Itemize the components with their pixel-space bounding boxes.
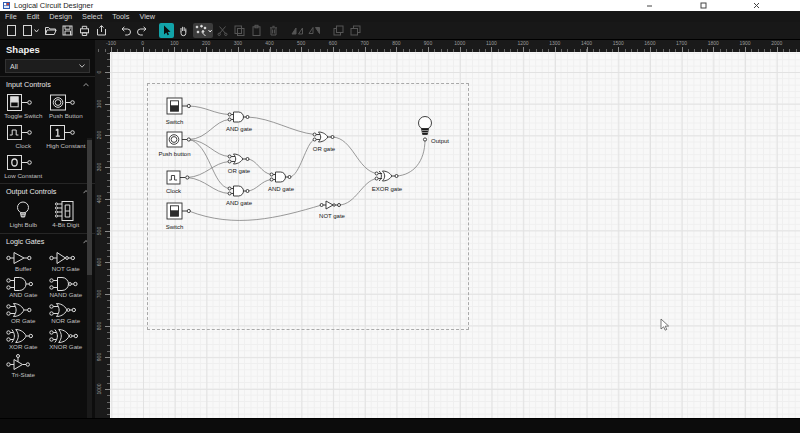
send-to-back-icon[interactable] — [348, 23, 363, 38]
maximize-button[interactable] — [677, 0, 730, 11]
ruler-label: 1100 — [486, 40, 497, 46]
logic-gates-grid: Buffer NOT Gate AND Gate NAND Gate OR Ga… — [0, 248, 95, 382]
node-switch1[interactable] — [167, 98, 190, 114]
print-icon[interactable] — [77, 23, 92, 38]
wire-switch1-and1 — [189, 106, 230, 115]
shape-item-light-bulb[interactable]: Light Bulb — [2, 200, 45, 229]
low-constant-icon — [6, 153, 40, 173]
menu-bar: File Edit Design Select Tools View — [0, 11, 800, 22]
shape-item-tri-state[interactable]: Tri-State — [2, 354, 45, 379]
shape-item-xnor-gate[interactable]: XNOR Gate — [45, 328, 88, 351]
node-switch2[interactable] — [167, 203, 190, 219]
shape-item-or-gate[interactable]: OR Gate — [2, 302, 45, 325]
export-icon[interactable] — [94, 23, 109, 38]
ruler-label: 600 — [96, 256, 102, 268]
ruler-label: 700 — [96, 288, 102, 300]
save-icon[interactable] — [60, 23, 75, 38]
shape-item-and-gate[interactable]: AND Gate — [2, 276, 45, 299]
title-bar: Logical Circuit Designer — [0, 0, 800, 11]
shape-item-low-constant[interactable]: Low Constant — [2, 153, 45, 180]
chevron-down-icon — [79, 64, 85, 68]
menu-file[interactable]: File — [5, 12, 17, 21]
toolbar-separator — [111, 23, 116, 38]
label-clock: Clock — [166, 188, 182, 194]
node-or1[interactable] — [228, 154, 249, 164]
ruler-label: 1600 — [644, 40, 655, 46]
ruler-label: 100 — [96, 98, 102, 110]
section-output-controls[interactable]: Output Controls — [0, 183, 95, 198]
section-title: Output Controls — [6, 187, 56, 196]
node-and1[interactable] — [228, 112, 249, 122]
pan-tool-icon[interactable] — [176, 23, 191, 38]
open-folder-icon[interactable] — [43, 23, 58, 38]
copy-icon[interactable] — [232, 23, 247, 38]
ruler-label: 2000 — [771, 40, 782, 46]
output-controls-grid: Light Bulb 4-Bit Digit — [0, 198, 95, 233]
new-file-icon[interactable] — [4, 23, 19, 38]
select-tool-icon[interactable] — [159, 23, 174, 38]
node-push-button[interactable] — [167, 132, 190, 147]
flip-vertical-icon[interactable] — [307, 23, 322, 38]
shapes-filter-dropdown[interactable]: All — [5, 59, 90, 73]
shape-item-toggle-switch[interactable]: Toggle Switch — [2, 93, 45, 120]
wire-or2-exor — [333, 137, 377, 174]
or-gate-icon — [6, 302, 40, 318]
menu-select[interactable]: Select — [82, 12, 102, 21]
ruler-label: 1700 — [676, 40, 687, 46]
ruler-label: 1500 — [613, 40, 624, 46]
node-output-bulb[interactable] — [419, 117, 432, 142]
label-switch1: Switch — [166, 119, 184, 125]
label-push-button: Push button — [158, 151, 190, 157]
node-and2[interactable] — [228, 186, 249, 196]
menu-tools[interactable]: Tools — [112, 12, 129, 21]
label-or2: OR gate — [313, 146, 336, 152]
node-exor[interactable] — [375, 171, 398, 181]
shape-item-buffer[interactable]: Buffer — [2, 250, 45, 273]
bring-to-front-icon[interactable] — [331, 23, 346, 38]
shape-item-push-button[interactable]: Push Button — [45, 93, 88, 120]
new-file-dropdown-icon[interactable] — [21, 23, 41, 38]
sidebar-scrollbar-thumb[interactable] — [87, 140, 92, 275]
shapes-panel-title: Shapes — [0, 40, 95, 58]
label-and1: AND gate — [226, 126, 253, 132]
section-title: Logic Gates — [6, 237, 44, 246]
sidebar-scrollbar[interactable] — [87, 138, 92, 433]
app-logo-icon — [3, 2, 10, 9]
flip-horizontal-icon[interactable] — [290, 23, 305, 38]
minimize-button[interactable] — [623, 0, 676, 11]
wire-exor-output — [397, 140, 426, 177]
undo-icon[interactable] — [118, 23, 133, 38]
paste-icon[interactable] — [249, 23, 264, 38]
redo-icon[interactable] — [135, 23, 150, 38]
cut-icon[interactable] — [215, 23, 230, 38]
wires[interactable] — [187, 106, 425, 220]
four-bit-digit-item[interactable]: 4-Bit Digit — [45, 200, 88, 229]
delete-icon[interactable] — [266, 23, 281, 38]
multi-select-tool-icon[interactable] — [193, 23, 213, 38]
shape-item-nand-gate[interactable]: NAND Gate — [45, 276, 88, 299]
shape-item-nor-gate[interactable]: NOR Gate — [45, 302, 88, 325]
close-button[interactable] — [730, 0, 783, 11]
menu-view[interactable]: View — [139, 12, 155, 21]
node-not1[interactable] — [320, 201, 340, 209]
ruler-label: 1300 — [549, 40, 560, 46]
shape-item-high-constant[interactable]: High Constant — [45, 123, 88, 150]
clock-icon — [6, 123, 40, 143]
ruler-label: 1900 — [739, 40, 750, 46]
section-input-controls[interactable]: Input Controls — [0, 76, 95, 91]
shape-item-xor-gate[interactable]: XOR Gate — [2, 328, 45, 351]
wire-and1-or2 — [248, 117, 315, 135]
design-canvas[interactable]: Switch Push button Clock Switch AND gate… — [110, 52, 800, 418]
toolbar — [0, 22, 800, 40]
node-clock[interactable] — [167, 171, 189, 184]
shape-item-clock[interactable]: Clock — [2, 123, 45, 150]
high-constant-icon — [49, 123, 83, 143]
section-logic-gates[interactable]: Logic Gates — [0, 233, 95, 248]
ruler-label: 600 — [329, 40, 337, 46]
ruler-label: 200 — [96, 129, 102, 141]
shape-item-not-gate[interactable]: NOT Gate — [45, 250, 88, 273]
menu-design[interactable]: Design — [49, 12, 72, 21]
menu-edit[interactable]: Edit — [27, 12, 40, 21]
node-or2[interactable] — [313, 132, 334, 142]
node-and3[interactable] — [270, 172, 291, 182]
